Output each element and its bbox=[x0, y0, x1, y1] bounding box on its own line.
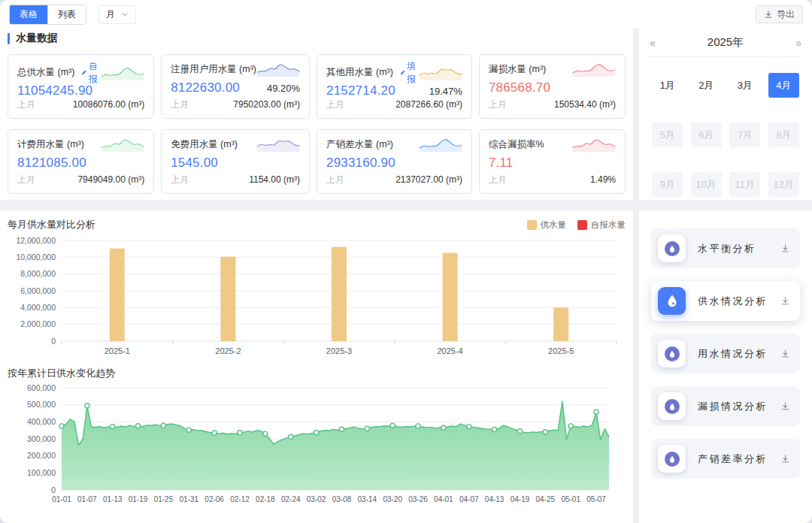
analysis-item[interactable]: 漏损情况分析 bbox=[651, 386, 800, 426]
stat-card-header: 免费用水量 (m³) bbox=[171, 137, 300, 152]
analysis-download-button[interactable] bbox=[780, 454, 790, 464]
report-link-label: 填报 bbox=[407, 60, 419, 86]
sparkline bbox=[256, 62, 300, 77]
stat-card-header: 其他用水量 (m³)填报 bbox=[326, 62, 462, 83]
prev-month-value: 2087266.60 (m³) bbox=[395, 99, 462, 110]
svg-text:05-07: 05-07 bbox=[586, 495, 606, 503]
report-link[interactable]: 自报 bbox=[81, 60, 101, 86]
water-dashboard: 表格 列表 月 导出 水量数据 总供水量 (m³)自报11054245.90上月… bbox=[0, 0, 812, 523]
sparkline bbox=[101, 137, 144, 152]
calendar-months-grid: 1月2月3月4月5月6月7月8月9月10月11月12月 bbox=[648, 57, 803, 197]
analysis-item[interactable]: 供水情况分析 bbox=[651, 281, 800, 321]
download-icon bbox=[764, 10, 773, 19]
svg-text:01-01: 01-01 bbox=[52, 495, 71, 503]
view-toggle-table[interactable]: 表格 bbox=[10, 5, 47, 24]
download-icon bbox=[780, 454, 790, 464]
section-accent-bar bbox=[8, 33, 10, 44]
svg-text:6,000,000: 6,000,000 bbox=[20, 286, 56, 295]
month-cell-1月[interactable]: 1月 bbox=[652, 73, 683, 98]
sparkline-icon bbox=[572, 137, 616, 152]
charts-section: 每月供水量对比分析 供水量自报水量 02,000,0004,000,0006,0… bbox=[0, 210, 633, 523]
analysis-download-button[interactable] bbox=[780, 349, 790, 358]
stat-card-value-row: 8122630.0049.20% bbox=[171, 80, 300, 95]
analysis-download-button[interactable] bbox=[780, 243, 790, 253]
month-cell-7月: 7月 bbox=[729, 122, 760, 147]
analysis-download-button[interactable] bbox=[780, 401, 790, 411]
svg-text:500,000: 500,000 bbox=[27, 400, 56, 409]
month-cell-2月[interactable]: 2月 bbox=[691, 73, 722, 98]
prev-month-label: 上月 bbox=[171, 174, 189, 186]
svg-text:300,000: 300,000 bbox=[27, 434, 56, 443]
svg-text:01-19: 01-19 bbox=[129, 495, 148, 503]
stat-card-footer: 上月1154.00 (m³) bbox=[171, 174, 300, 186]
stat-card-header: 漏损水量 (m³) bbox=[489, 62, 616, 77]
water-drop-icon bbox=[658, 445, 686, 473]
legend-item[interactable]: 供水量 bbox=[527, 219, 567, 231]
stat-card: 漏损水量 (m³)786568.70上月150534.40 (m³) bbox=[479, 54, 626, 119]
svg-text:05-01: 05-01 bbox=[561, 495, 580, 503]
analysis-item[interactable]: 水平衡分析 bbox=[651, 228, 800, 268]
sparkline bbox=[419, 137, 462, 152]
stat-cards-grid: 总供水量 (m³)自报11054245.90上月10086076.00 (m³)… bbox=[8, 54, 626, 194]
stat-card-header: 产销差水量 (m³) bbox=[326, 137, 462, 152]
view-toggle-list[interactable]: 列表 bbox=[47, 5, 86, 24]
edit-icon bbox=[81, 68, 86, 77]
prev-month-value: 1154.00 (m³) bbox=[249, 174, 300, 185]
export-button[interactable]: 导出 bbox=[756, 5, 803, 23]
stat-card-percent: 49.20% bbox=[267, 83, 300, 94]
svg-text:2025-2: 2025-2 bbox=[215, 346, 241, 355]
stat-card-title: 综合漏损率% bbox=[489, 138, 544, 151]
svg-text:02-06: 02-06 bbox=[205, 495, 224, 503]
prev-month-value: 2137027.00 (m³) bbox=[395, 174, 462, 185]
stat-card: 其他用水量 (m³)填报2152714.2019.47%上月2087266.60… bbox=[317, 54, 472, 119]
legend-item[interactable]: 自报水量 bbox=[577, 219, 626, 231]
prev-month-label: 上月 bbox=[326, 98, 344, 111]
report-link[interactable]: 填报 bbox=[400, 60, 419, 86]
sparkline-icon bbox=[256, 62, 300, 77]
stat-card-footer: 上月2087266.60 (m³) bbox=[326, 98, 462, 111]
calendar-prev-year-button[interactable]: « bbox=[648, 37, 657, 49]
svg-text:8,000,000: 8,000,000 bbox=[20, 269, 56, 278]
prev-month-value: 7950203.00 (m³) bbox=[233, 99, 300, 110]
stat-card-percent: 19.47% bbox=[429, 86, 462, 97]
svg-text:04-25: 04-25 bbox=[536, 495, 556, 503]
left-column: 水量数据 总供水量 (m³)自报11054245.90上月10086076.00… bbox=[0, 29, 633, 523]
stat-card: 总供水量 (m³)自报11054245.90上月10086076.00 (m³) bbox=[8, 54, 154, 119]
stat-card-value: 11054245.90 bbox=[17, 83, 92, 98]
stat-card-value: 2152714.20 bbox=[326, 83, 395, 98]
stat-card-value: 786568.70 bbox=[489, 80, 550, 95]
stat-card-footer: 上月10086076.00 (m³) bbox=[17, 98, 144, 111]
svg-text:04-13: 04-13 bbox=[485, 495, 504, 503]
prev-month-label: 上月 bbox=[17, 174, 35, 186]
stat-card: 综合漏损率%7.11上月1.49% bbox=[479, 129, 626, 194]
stat-card-value-row: 2152714.2019.47% bbox=[326, 83, 462, 98]
stat-card-footer: 上月7950203.00 (m³) bbox=[171, 98, 300, 111]
svg-text:02-18: 02-18 bbox=[256, 495, 275, 503]
month-cell-3月[interactable]: 3月 bbox=[729, 73, 760, 98]
stat-card-value: 1545.00 bbox=[171, 156, 218, 171]
bar-chart-legend: 供水量自报水量 bbox=[527, 219, 626, 231]
analysis-item[interactable]: 用水情况分析 bbox=[651, 334, 800, 373]
toolbar: 表格 列表 月 导出 bbox=[0, 0, 812, 29]
analysis-item[interactable]: 产销差率分析 bbox=[651, 439, 800, 479]
month-cell-4月[interactable]: 4月 bbox=[768, 73, 799, 98]
svg-text:2025-5: 2025-5 bbox=[548, 346, 574, 355]
analysis-download-button[interactable] bbox=[780, 296, 790, 306]
month-cell-6月: 6月 bbox=[691, 122, 722, 147]
period-select[interactable]: 月 bbox=[98, 5, 136, 24]
section-title: 水量数据 bbox=[16, 32, 58, 45]
stat-card-value-row: 2933160.90 bbox=[326, 156, 462, 171]
prev-month-label: 上月 bbox=[171, 98, 189, 111]
analysis-item-label: 漏损情况分析 bbox=[698, 400, 768, 413]
svg-text:03-14: 03-14 bbox=[358, 495, 377, 503]
download-icon bbox=[780, 243, 790, 253]
divider bbox=[0, 200, 633, 210]
stat-card: 免费用水量 (m³)1545.00上月1154.00 (m³) bbox=[161, 129, 310, 194]
svg-text:03-02: 03-02 bbox=[307, 495, 326, 503]
prev-month-value: 1.49% bbox=[590, 174, 616, 185]
calendar-next-year-button[interactable]: » bbox=[794, 37, 803, 49]
section-header: 水量数据 bbox=[8, 32, 626, 45]
area-chart-header: 按年累计日供水变化趋势 bbox=[8, 367, 626, 380]
sparkline bbox=[419, 65, 462, 80]
sparkline bbox=[572, 62, 616, 77]
